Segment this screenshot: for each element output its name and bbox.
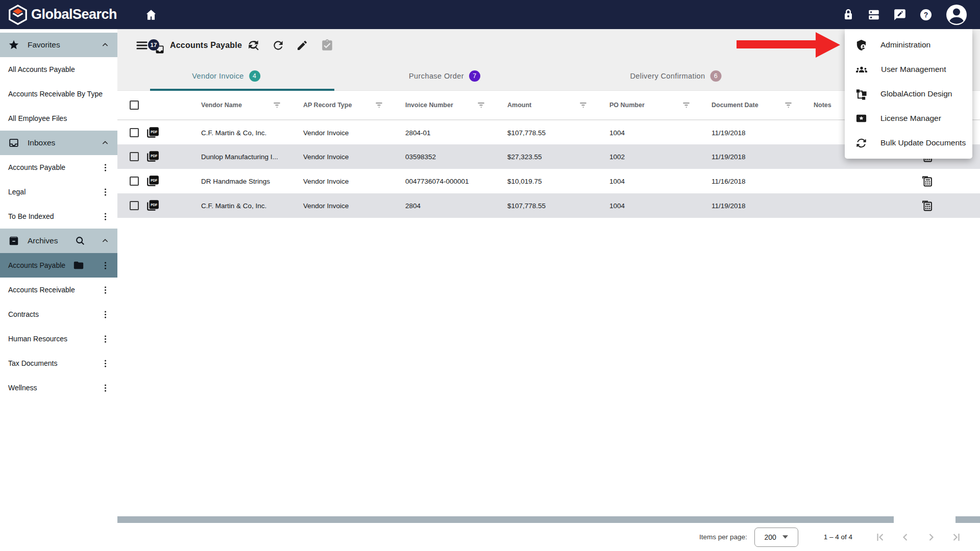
column-header-document-date[interactable]: Document Date <box>712 102 758 109</box>
sidebar-archive-accounts-receivable[interactable]: Accounts Receivable <box>0 278 117 302</box>
cell-po-number: 1004 <box>609 178 625 185</box>
search-icon[interactable] <box>75 235 86 246</box>
feedback-icon[interactable] <box>893 8 906 21</box>
chevron-up-icon[interactable] <box>101 237 109 245</box>
filter-icon[interactable] <box>374 101 384 110</box>
sidebar-item-accounts-receivable-by-type[interactable]: Accounts Receivable By Type <box>0 82 117 106</box>
filter-icon[interactable] <box>476 101 486 110</box>
dns-panels-icon[interactable] <box>867 8 880 21</box>
kebab-menu-icon[interactable] <box>102 310 109 319</box>
account-avatar[interactable] <box>945 4 968 26</box>
notes-icon[interactable] <box>921 199 933 212</box>
section-label-inboxes: Inboxes <box>28 138 55 147</box>
kebab-menu-icon[interactable] <box>102 334 109 344</box>
table-row[interactable]: PDF DR Handmade Strings Vendor Invoice 0… <box>117 169 980 193</box>
help-icon[interactable]: ? <box>919 8 933 21</box>
cell-vendor-name: DR Handmade Strings <box>201 178 270 185</box>
tab-delivery-confirmation[interactable]: Delivery Confirmation 6 <box>630 61 722 91</box>
sidebar-archive-wellness[interactable]: Wellness <box>0 375 117 400</box>
hamburger-menu-button[interactable] <box>135 38 149 53</box>
menu-item-user-management[interactable]: User Management <box>845 57 972 82</box>
column-header-vendor-name[interactable]: Vendor Name <box>201 102 242 109</box>
filter-icon[interactable] <box>272 101 282 110</box>
sidebar-inbox-to-be-indexed[interactable]: To Be Indexed <box>0 204 117 229</box>
kebab-menu-icon[interactable] <box>102 359 109 368</box>
notes-icon[interactable] <box>921 175 933 187</box>
kebab-menu-icon[interactable] <box>102 383 109 393</box>
sidebar-archive-tax-documents[interactable]: Tax Documents <box>0 351 117 375</box>
edit-button[interactable] <box>296 39 308 52</box>
row-checkbox[interactable] <box>130 177 139 186</box>
filter-icon[interactable] <box>783 101 793 110</box>
pagination-bar: Items per page: 200 1 – 4 of 4 <box>117 523 980 551</box>
account-dropdown-menu: Administration User Management GlobalAct… <box>845 29 972 159</box>
page-size-select[interactable]: 200 <box>754 528 798 547</box>
menu-item-bulk-update-documents[interactable]: Bulk Update Documents <box>845 131 972 155</box>
section-label-archives: Archives <box>28 236 58 245</box>
row-checkbox[interactable] <box>130 152 139 161</box>
row-checkbox[interactable] <box>130 128 139 137</box>
pdf-icon[interactable]: PDF <box>146 174 159 188</box>
chevron-up-icon[interactable] <box>101 41 109 49</box>
filter-icon[interactable] <box>578 101 588 110</box>
brand-logo: GlobalSearch <box>7 4 117 26</box>
previous-page-button[interactable] <box>899 531 912 543</box>
hamburger-icon <box>135 38 149 53</box>
tasks-button-disabled[interactable] <box>321 39 334 52</box>
tab-purchase-order[interactable]: Purchase Order 7 <box>409 61 480 91</box>
select-all-checkbox[interactable] <box>130 101 139 110</box>
first-page-button[interactable] <box>874 531 886 543</box>
column-header-invoice-number[interactable]: Invoice Number <box>405 102 453 109</box>
column-header-amount[interactable]: Amount <box>507 102 531 109</box>
refresh-button[interactable] <box>272 39 285 52</box>
pdf-icon[interactable]: PDF <box>146 150 159 163</box>
sidebar-section-favorites[interactable]: Favorites <box>0 33 117 57</box>
column-header-notes[interactable]: Notes <box>814 102 831 109</box>
kebab-menu-icon[interactable] <box>102 212 109 221</box>
sidebar-inbox-legal[interactable]: Legal <box>0 180 117 204</box>
horizontal-scrollbar-thumb[interactable] <box>117 516 894 523</box>
cell-invoice-number: 2804-01 <box>405 129 431 136</box>
pdf-icon[interactable]: PDF <box>146 199 159 212</box>
last-page-button[interactable] <box>950 531 963 543</box>
kebab-menu-icon[interactable] <box>102 285 109 295</box>
sidebar-archive-accounts-payable-selected[interactable]: Accounts Payable <box>0 253 117 278</box>
column-header-ap-record-type[interactable]: AP Record Type <box>303 102 352 109</box>
tab-vendor-invoice[interactable]: Vendor Invoice 4 <box>192 61 260 91</box>
sidebar-section-archives[interactable]: Archives <box>0 229 117 253</box>
pagination-controls <box>874 531 963 543</box>
menu-item-globalaction-design[interactable]: GlobalAction Design <box>845 82 972 106</box>
row-checkbox[interactable] <box>130 201 139 210</box>
chevron-up-icon[interactable] <box>101 139 109 147</box>
cell-amount: $107,778.55 <box>507 202 546 210</box>
lock-icon[interactable] <box>842 9 854 21</box>
refresh-icon <box>272 39 285 52</box>
pdf-icon[interactable]: PDF <box>146 126 159 139</box>
cell-ap-record-type: Vendor Invoice <box>303 129 349 136</box>
sidebar-section-inboxes[interactable]: Inboxes <box>0 131 117 155</box>
cell-invoice-number: 03598352 <box>405 153 436 161</box>
filter-icon[interactable] <box>681 101 691 110</box>
home-button[interactable] <box>144 8 158 21</box>
menu-item-administration[interactable]: Administration <box>845 33 972 57</box>
table-row[interactable]: PDF C.F. Martin & Co, Inc. Vendor Invoic… <box>117 193 980 218</box>
kebab-menu-icon[interactable] <box>102 187 109 197</box>
refine-search-button[interactable] <box>247 39 260 52</box>
svg-text:PDF: PDF <box>151 179 157 182</box>
section-label-favorites: Favorites <box>28 40 60 49</box>
topbar-actions: ? <box>842 4 973 26</box>
kebab-menu-icon[interactable] <box>102 261 109 270</box>
cell-vendor-name: Dunlop Manufacturing I... <box>201 153 278 161</box>
next-page-button[interactable] <box>925 531 937 543</box>
sidebar-item-all-accounts-payable[interactable]: All Accounts Payable <box>0 57 117 82</box>
tab-label: Purchase Order <box>409 72 464 80</box>
item-label: Legal <box>8 188 26 196</box>
sidebar-archive-contracts[interactable]: Contracts <box>0 302 117 327</box>
column-header-po-number[interactable]: PO Number <box>609 102 645 109</box>
sidebar-archive-human-resources[interactable]: Human Resources <box>0 327 117 351</box>
kebab-menu-icon[interactable] <box>102 163 109 172</box>
menu-item-license-manager[interactable]: License Manager <box>845 106 972 131</box>
sidebar-item-all-employee-files[interactable]: All Employee Files <box>0 106 117 131</box>
cell-vendor-name: C.F. Martin & Co, Inc. <box>201 129 266 136</box>
sidebar-inbox-accounts-payable[interactable]: Accounts Payable <box>0 155 117 180</box>
